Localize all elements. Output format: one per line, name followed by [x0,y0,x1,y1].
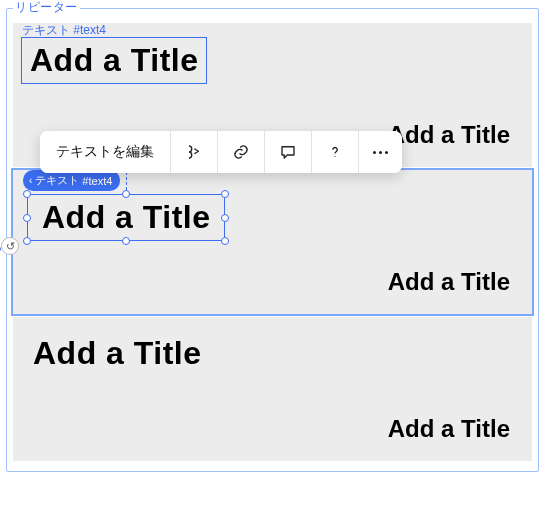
animation-icon [185,143,203,161]
resize-handle[interactable] [221,214,229,222]
comment-icon [279,143,297,161]
chevron-left-icon: ‹ [29,176,32,186]
text-element-label: テキスト #text4 [22,22,106,39]
repeater-label: リピーター [13,0,80,16]
title-text-secondary[interactable]: Add a Title [388,415,510,443]
link-button[interactable] [218,131,265,173]
more-button[interactable] [359,131,402,173]
title-text-primary[interactable]: Add a Title [25,331,512,376]
svg-point-0 [334,156,335,157]
rotate-handle[interactable]: ↺ [1,237,19,255]
repeater-container: リピーター テキスト #text4 Add a Title Add a Titl… [6,8,539,472]
more-icon [373,151,388,154]
selected-element-pill[interactable]: ‹ テキスト #text4 [23,170,120,191]
title-text-primary[interactable]: Add a Title [34,195,218,240]
resize-handle[interactable] [23,190,31,198]
text-element-outline[interactable]: テキスト #text4 Add a Title [21,37,207,84]
resize-handle[interactable] [23,214,31,222]
resize-handle[interactable] [221,190,229,198]
animation-button[interactable] [171,131,218,173]
resize-handle[interactable] [221,237,229,245]
edit-text-button[interactable]: テキストを編集 [40,131,171,173]
resize-handle[interactable] [122,237,130,245]
resize-handle[interactable] [23,237,31,245]
help-button[interactable] [312,131,359,173]
title-text-secondary[interactable]: Add a Title [388,268,510,296]
help-icon [326,143,344,161]
repeater-cell[interactable]: ‹ テキスト #text4 Add a Title ↺ Add a Title [13,170,532,314]
comment-button[interactable] [265,131,312,173]
edit-toolbar: テキストを編集 [40,131,402,173]
title-text-secondary[interactable]: Add a Title [388,121,510,149]
title-text-primary[interactable]: Add a Title [22,38,206,83]
link-icon [232,143,250,161]
repeater-cell[interactable]: Add a Title Add a Title [13,317,532,461]
selected-text-element[interactable]: ‹ テキスト #text4 Add a Title ↺ [27,194,225,241]
